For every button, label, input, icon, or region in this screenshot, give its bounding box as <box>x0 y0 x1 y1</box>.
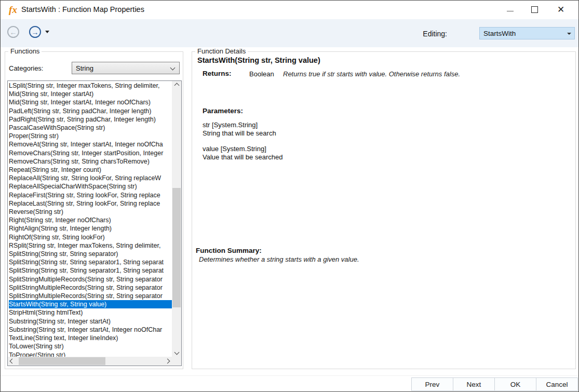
chevron-left-icon <box>10 359 15 364</box>
parameters-label: Parameters: <box>203 107 243 115</box>
function-listbox: LSplit(String str, Integer maxTokens, St… <box>7 80 182 366</box>
chevron-down-icon <box>170 65 176 71</box>
categories-label: Categories: <box>9 64 43 72</box>
function-summary-text: Determines whether a string starts with … <box>199 255 359 263</box>
prev-button[interactable]: Prev <box>411 377 453 391</box>
horizontal-scrollbar[interactable] <box>8 357 172 366</box>
toolbar: ← → Editing: StartsWith <box>1 19 578 47</box>
title-bar: fx StartsWith : Function Map Properties … <box>1 1 578 19</box>
list-item[interactable]: Mid(String str, Integer startAt) <box>9 90 172 98</box>
vertical-scroll-thumb[interactable] <box>172 188 181 307</box>
list-item[interactable]: RemoveChars(String str, String charsToRe… <box>9 157 172 166</box>
list-item[interactable]: ReplaceFirst(String str, String lookFor,… <box>9 191 172 199</box>
functions-group-label: Functions <box>8 48 42 55</box>
list-item[interactable]: Repeat(String str, Integer count) <box>9 166 172 174</box>
list-item[interactable]: SplitStringMultipleRecords(String str, S… <box>9 292 172 300</box>
returns-label: Returns: <box>203 70 232 77</box>
list-item[interactable]: Substring(String str, Integer startAt, I… <box>9 326 172 334</box>
categories-combobox[interactable]: String <box>72 62 180 74</box>
minimize-icon <box>507 11 514 11</box>
parameter-description: String that will be search <box>203 129 276 137</box>
list-item[interactable]: Proper(String str) <box>9 132 172 140</box>
list-item[interactable]: PadLeft(String str, String padChar, Inte… <box>9 107 172 115</box>
function-signature: StartsWith(String str, String value) <box>197 56 320 64</box>
horizontal-scroll-thumb[interactable] <box>19 357 105 365</box>
scrollbar-corner <box>172 357 181 366</box>
minimize-button[interactable] <box>499 1 521 18</box>
list-item[interactable]: SplitString(String str, String separator… <box>9 266 172 275</box>
returns-description: Returns true if str starts with value. O… <box>283 70 460 78</box>
parameter-description: Value that will be searched <box>203 153 282 161</box>
chevron-up-icon <box>174 83 179 88</box>
list-item[interactable]: Reverse(String str) <box>9 208 172 216</box>
list-item[interactable]: ReplaceAllSpecialCharWithSpace(String st… <box>9 182 172 191</box>
list-item[interactable]: RightAlign(String str, Integer length) <box>9 224 172 233</box>
ok-button[interactable]: OK <box>494 377 536 391</box>
list-item[interactable]: RightOf(String str, String lookFor) <box>9 233 172 241</box>
function-map-properties-dialog: fx StartsWith : Function Map Properties … <box>0 0 579 392</box>
editing-combobox[interactable]: StartsWith <box>479 27 575 39</box>
list-item[interactable]: StartsWith(String str, String value) <box>9 300 172 308</box>
function-list: LSplit(String str, Integer maxTokens, St… <box>8 81 172 357</box>
list-item[interactable]: StripHtml(String htmlText) <box>9 308 172 317</box>
list-item[interactable]: RemoveAt(String str, Integer startAt, In… <box>9 140 172 148</box>
function-details-groupbox: Function Details StartsWith(String str, … <box>192 51 576 369</box>
arrow-left-icon: ← <box>10 28 17 36</box>
forward-button[interactable]: → <box>29 26 41 38</box>
list-item[interactable]: RSplit(String str, Integer maxTokens, St… <box>9 241 172 250</box>
list-item[interactable]: SplitStringMultipleRecords(String str, S… <box>9 275 172 283</box>
function-details-group-label: Function Details <box>195 48 248 55</box>
back-button[interactable]: ← <box>7 26 19 38</box>
functions-groupbox: Functions Categories: String LSplit(Stri… <box>5 51 183 369</box>
vertical-scrollbar[interactable] <box>172 81 181 357</box>
parameter-name: str [System.String] <box>203 121 258 129</box>
editing-combobox-value: StartsWith <box>483 30 516 37</box>
list-item[interactable]: RemoveChars(String str, Integer startPos… <box>9 149 172 157</box>
list-item[interactable]: ToLower(String str) <box>9 342 172 350</box>
close-icon: ✕ <box>557 5 564 14</box>
scroll-left-button[interactable] <box>8 357 17 366</box>
list-item[interactable]: TextLine(String text, Integer lineIndex) <box>9 334 172 342</box>
cancel-button[interactable]: Cancel <box>536 377 578 391</box>
list-item[interactable]: Right(String str, Integer noOfChars) <box>9 216 172 224</box>
parameter-name: value [System.String] <box>203 145 266 153</box>
list-item[interactable]: ReplaceLast(String str, String lookFor, … <box>9 199 172 208</box>
forward-dropdown-chevron-icon[interactable] <box>45 31 49 33</box>
returns-type: Boolean <box>249 70 274 78</box>
next-button[interactable]: Next <box>453 377 495 391</box>
list-item[interactable]: SplitString(String str, String separator… <box>9 258 172 266</box>
list-item[interactable]: SplitString(String str, String separator… <box>9 250 172 258</box>
editing-label: Editing: <box>423 30 447 38</box>
window-title: StartsWith : Function Map Properties <box>21 5 144 13</box>
list-item[interactable]: ReplaceAll(String str, String lookFor, S… <box>9 174 172 182</box>
footer-buttons: PrevNextOKCancel <box>412 377 578 391</box>
maximize-button[interactable] <box>523 1 546 18</box>
list-item[interactable]: PadRight(String str, String padChar, Int… <box>9 115 172 124</box>
function-summary-label: Function Summary: <box>196 247 262 254</box>
arrow-right-icon: → <box>32 28 39 36</box>
close-button[interactable]: ✕ <box>549 1 572 18</box>
list-item[interactable]: SplitStringMultipleRecords(String str, S… <box>9 283 172 292</box>
list-item[interactable]: ToProper(String str) <box>9 351 172 357</box>
chevron-down-icon <box>174 350 179 355</box>
scroll-right-button[interactable] <box>163 357 172 366</box>
scroll-up-button[interactable] <box>172 81 181 90</box>
categories-combobox-value: String <box>76 64 93 72</box>
footer-divider <box>1 375 578 376</box>
list-item[interactable]: Mid(String str, Integer startAt, Integer… <box>9 98 172 106</box>
fx-icon: fx <box>7 4 19 16</box>
list-item[interactable]: PascalCaseWithSpace(String str) <box>9 124 172 132</box>
list-item[interactable]: Substring(String str, Integer startAt) <box>9 317 172 326</box>
list-item[interactable]: LSplit(String str, Integer maxTokens, St… <box>9 82 172 90</box>
chevron-down-icon <box>567 33 571 35</box>
chevron-right-icon <box>165 359 170 364</box>
maximize-icon <box>531 6 538 13</box>
scroll-down-button[interactable] <box>172 348 181 357</box>
